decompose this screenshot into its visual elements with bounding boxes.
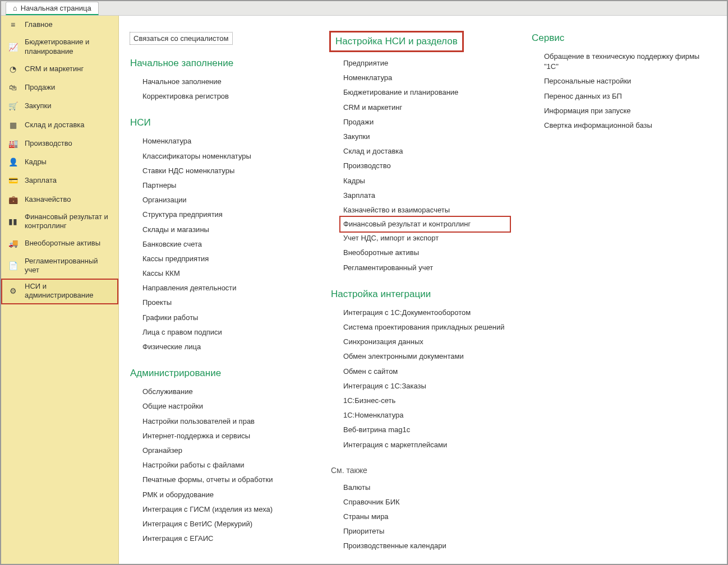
link-item[interactable]: Партнеры — [142, 178, 308, 193]
link-item[interactable]: Общие настройки — [142, 399, 308, 414]
link-item[interactable]: Справочник БИК — [343, 495, 509, 510]
link-item[interactable]: Валюты — [343, 480, 509, 495]
link-item[interactable]: Обращение в техническую поддержку фирмы … — [544, 49, 710, 74]
sidebar-item-13[interactable]: ⚙НСИ и администрирование — [1, 279, 118, 304]
link-item[interactable]: Интеграция с маркетплейсами — [343, 438, 509, 452]
sidebar-item-5[interactable]: ▦Склад и доставка — [1, 116, 118, 135]
link-item[interactable]: Страны мира — [343, 510, 509, 524]
sidebar-label: Бюджетирование и планирование — [25, 38, 112, 56]
tab-bar: ⌂ Начальная страница — [1, 1, 727, 16]
link-item[interactable]: Настройки пользователей и прав — [142, 414, 308, 429]
link-item[interactable]: Продажи — [343, 115, 509, 129]
link-item[interactable]: Лица с правом подписи — [142, 325, 308, 340]
link-item[interactable]: РМК и оборудование — [142, 488, 308, 502]
link-item[interactable]: 1С:Бизнес-сеть — [343, 393, 509, 408]
link-item[interactable]: Графики работы — [142, 311, 308, 325]
link-item[interactable]: Корректировка регистров — [142, 89, 308, 104]
link-item[interactable]: Номенклатура — [142, 134, 308, 149]
sidebar-item-11[interactable]: 🚚Внеоборотные активы — [1, 234, 118, 253]
section: Настройка интеграцииИнтеграция с 1С:Доку… — [331, 289, 509, 452]
link-list: ОбслуживаниеОбщие настройкиНастройки пол… — [130, 385, 308, 546]
link-item[interactable]: Кассы ККМ — [142, 266, 308, 281]
link-item[interactable]: Банковские счета — [142, 237, 308, 252]
link-item[interactable]: 1С:Номенклатура — [343, 408, 509, 423]
link-item[interactable]: Органайзер — [142, 443, 308, 458]
sidebar-label: Финансовый результат и контроллинг — [25, 212, 112, 231]
link-item[interactable]: Склад и доставка — [343, 144, 509, 159]
link-item[interactable]: Синхронизация данных — [343, 335, 509, 349]
link-item[interactable]: Система проектирования прикладных решени… — [343, 320, 509, 335]
sidebar-item-1[interactable]: 📈Бюджетирование и планирование — [1, 34, 118, 60]
link-item[interactable]: Персональные настройки — [544, 74, 710, 89]
link-item[interactable]: Регламентированный учет — [343, 261, 509, 275]
link-item[interactable]: Обмен с сайтом — [343, 364, 509, 379]
sidebar-icon: 🚚 — [8, 239, 18, 248]
link-item[interactable]: Проекты — [142, 295, 308, 310]
section: Начальное заполнениеНачальное заполнение… — [130, 58, 308, 104]
link-item[interactable]: Организации — [142, 193, 308, 207]
link-item[interactable]: Обслуживание — [142, 385, 308, 399]
link-item[interactable]: Интеграция с ЕГАИС — [142, 531, 308, 546]
sidebar-item-0[interactable]: ≡Главное — [1, 16, 118, 34]
link-item[interactable]: Классификаторы номенклатуры — [142, 149, 308, 164]
sidebar-item-12[interactable]: 📄Регламентированный учет — [1, 253, 118, 279]
link-item[interactable]: Перенос данных из БП — [544, 89, 710, 104]
link-item[interactable]: Производство — [343, 159, 509, 173]
sidebar-icon: ◔ — [8, 64, 18, 73]
sidebar-item-6[interactable]: 🏭Производство — [1, 135, 118, 153]
section-title: См. также — [331, 466, 509, 475]
link-item[interactable]: Кассы предприятия — [142, 252, 308, 266]
section: АдминистрированиеОбслуживаниеОбщие настр… — [130, 368, 308, 546]
link-item[interactable]: Приоритеты — [343, 524, 509, 539]
link-item[interactable]: Направления деятельности — [142, 281, 308, 295]
sidebar-item-2[interactable]: ◔CRM и маркетинг — [1, 60, 118, 78]
sidebar: ≡Главное📈Бюджетирование и планирование◔C… — [1, 16, 119, 564]
sidebar-item-8[interactable]: 💳Зарплата — [1, 172, 118, 190]
sidebar-item-3[interactable]: 🛍Продажи — [1, 78, 118, 97]
sidebar-label: Закупки — [25, 101, 51, 110]
link-item[interactable]: CRM и маркетинг — [343, 100, 509, 115]
sidebar-item-10[interactable]: ▮▮Финансовый результат и контроллинг — [1, 209, 118, 235]
sidebar-icon: 📈 — [8, 43, 18, 52]
link-item[interactable]: Интеграция с 1С:Заказы — [343, 379, 509, 393]
link-item[interactable]: Веб-витрина mag1c — [343, 423, 509, 437]
link-item[interactable]: Финансовый результат и контроллинг — [341, 217, 509, 231]
section: СервисОбращение в техническую поддержку … — [532, 33, 710, 133]
link-item[interactable]: Начальное заполнение — [142, 75, 308, 89]
contact-specialist-link[interactable]: Связаться со специалистом — [130, 33, 232, 44]
sidebar-icon: ≡ — [8, 20, 18, 29]
link-item[interactable]: Зарплата — [343, 188, 509, 203]
link-item[interactable]: Кадры — [343, 174, 509, 188]
link-item[interactable]: Ставки НДС номенклатуры — [142, 164, 308, 178]
link-item[interactable]: Настройки работы с файлами — [142, 458, 308, 473]
tab-home[interactable]: ⌂ Начальная страница — [6, 2, 99, 15]
column-2: Настройка НСИ и разделовПредприятиеНомен… — [331, 33, 509, 547]
link-list: НоменклатураКлассификаторы номенклатурыС… — [130, 134, 308, 354]
link-item[interactable]: Интеграция с ГИСМ (изделия из меха) — [142, 502, 308, 517]
link-item[interactable]: Учет НДС, импорт и экспорт — [343, 231, 509, 246]
link-item[interactable]: Производственные календари — [343, 539, 509, 553]
link-item[interactable]: Печатные формы, отчеты и обработки — [142, 473, 308, 487]
link-item[interactable]: Интеграция с 1С:Документооборотом — [343, 305, 509, 320]
link-item[interactable]: Внеоборотные активы — [343, 246, 509, 260]
link-item[interactable]: Казначейство и взаиморасчеты — [343, 203, 509, 217]
section: Настройка НСИ и разделовПредприятиеНомен… — [331, 33, 509, 275]
sidebar-item-9[interactable]: 💼Казначейство — [1, 191, 118, 209]
link-item[interactable]: Свертка информационной базы — [544, 118, 710, 133]
link-item[interactable]: Номенклатура — [343, 71, 509, 85]
sidebar-item-4[interactable]: 🛒Закупки — [1, 97, 118, 115]
link-item[interactable]: Информация при запуске — [544, 104, 710, 118]
link-item[interactable]: Интернет-поддержка и сервисы — [142, 429, 308, 443]
link-item[interactable]: Структура предприятия — [142, 207, 308, 222]
link-item[interactable]: Склады и магазины — [142, 223, 308, 237]
link-item[interactable]: Обмен электронными документами — [343, 349, 509, 364]
section: См. такжеВалютыСправочник БИКСтраны мира… — [331, 466, 509, 554]
sidebar-icon: 🛍 — [8, 83, 18, 92]
link-item[interactable]: Предприятие — [343, 56, 509, 71]
link-list: ПредприятиеНоменклатураБюджетирование и … — [331, 56, 509, 275]
sidebar-item-7[interactable]: 👤Кадры — [1, 153, 118, 172]
link-item[interactable]: Интеграция с ВетИС (Меркурий) — [142, 517, 308, 531]
link-item[interactable]: Бюджетирование и планирование — [343, 85, 509, 100]
link-item[interactable]: Закупки — [343, 129, 509, 144]
link-item[interactable]: Физические лица — [142, 340, 308, 354]
